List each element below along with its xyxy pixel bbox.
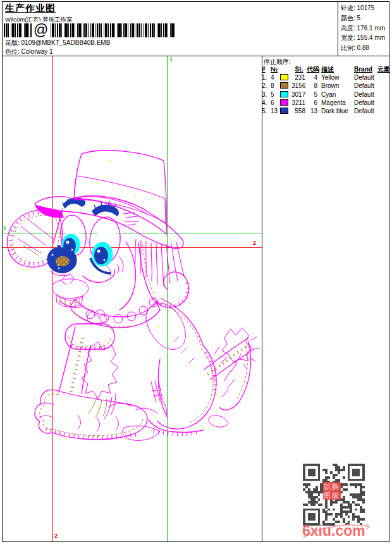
- col-header-brand: Brand: [354, 65, 377, 73]
- table-row: 3.: [262, 90, 271, 99]
- pattern-label: 花版:: [5, 39, 20, 46]
- col-header-code: 代码: [307, 65, 319, 73]
- pattern-file-line: 花版: 0109@MBKT_5ADBB40B.EMB: [5, 39, 110, 47]
- col-header-st: St.: [291, 65, 307, 73]
- color-sequence-table: # № St. 代码 描述 Brand 元素 1. 4 231 4 Yellow…: [262, 65, 390, 115]
- design-width: 宽度: 155.4 mm: [341, 33, 385, 43]
- color-count: 颜色: 5: [341, 13, 385, 23]
- table-row: 2.: [262, 82, 271, 90]
- thread-swatch: [280, 99, 288, 106]
- copyright-stamp: 以 换 图 版: [323, 482, 341, 500]
- barcode-at-symbol: @: [32, 22, 50, 38]
- thread-swatch: [280, 91, 288, 97]
- watermark-text: 6xiu.com: [302, 522, 365, 540]
- colorway-value: Colorway 1: [21, 48, 53, 55]
- col-header-no: №: [271, 65, 280, 73]
- header-divider: [2, 56, 389, 56]
- stitch-count: 针迹: 10175: [341, 3, 385, 13]
- col-header-element: 元素: [377, 65, 390, 73]
- colorway-label: 色位:: [5, 48, 20, 55]
- barcode: @: [4, 23, 176, 37]
- thread-swatch: [280, 74, 288, 80]
- table-row: 1.: [262, 73, 271, 82]
- right-column-divider: [262, 56, 262, 542]
- info-panel-divider: [338, 1, 338, 56]
- watermark-logo: 6xiu.com: [301, 519, 377, 543]
- dog-right-ear: [135, 239, 188, 307]
- marker-red-bottom: 2: [54, 533, 58, 539]
- design-scale: 比例: 0.88: [341, 43, 385, 53]
- embroidery-design-dog: [2, 56, 262, 542]
- marker-green-top: 1: [169, 57, 173, 63]
- col-header-desc: 描述: [319, 65, 354, 73]
- thread-swatch: [280, 108, 288, 114]
- production-worksheet: 生产作业图 Wilcom(汇京) 装饰工作室 @ 花版: 0109@MBKT_5…: [0, 0, 392, 544]
- table-row: 5.: [262, 107, 271, 115]
- pattern-value: 0109@MBKT_5ADBB40B.EMB: [21, 39, 111, 46]
- design-info-panel: 针迹: 10175 颜色: 5 高度: 176.1 mm 宽度: 155.4 m…: [341, 3, 385, 53]
- table-row: 4.: [262, 99, 271, 107]
- colorway-line: 色位: Colorway 1: [5, 47, 53, 56]
- marker-green-left: 1: [3, 226, 6, 232]
- design-height: 高度: 176.1 mm: [341, 23, 385, 34]
- page-title: 生产作业图: [5, 3, 56, 15]
- thread-swatch: [280, 82, 288, 89]
- dog-collar: [65, 298, 160, 349]
- marker-red-right: 2: [253, 240, 256, 246]
- dog-body: [35, 299, 259, 440]
- col-header-idx: #: [262, 65, 271, 73]
